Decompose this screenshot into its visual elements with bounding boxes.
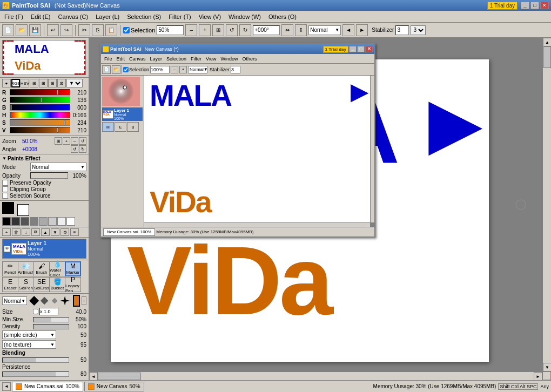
swatch-verylightgray[interactable] [48, 217, 57, 226]
size-check[interactable] [33, 309, 38, 314]
layer-up-btn[interactable]: ▲ [41, 228, 50, 236]
color-picker2[interactable]: ⊞ [39, 79, 48, 87]
zoom-input[interactable] [157, 25, 184, 35]
zoom-out[interactable]: – [185, 24, 197, 36]
maximize-button[interactable]: □ [530, 2, 539, 9]
tool-seleras[interactable]: SE SelEras [33, 277, 50, 292]
tool-bucket[interactable]: 🪣 Bucket [49, 277, 65, 292]
vscroll-track[interactable] [543, 46, 551, 363]
hscroll-left[interactable]: ◄ [89, 372, 98, 380]
brush-shape4[interactable] [60, 296, 70, 306]
status-tab1[interactable]: New Canvas.sai 100% [12, 382, 83, 391]
swatch-lightgray[interactable] [39, 217, 48, 226]
inner-zoom-input[interactable] [150, 66, 170, 73]
inner-minimize-btn[interactable]: _ [349, 46, 357, 52]
swatch-nearwhite[interactable] [57, 217, 66, 226]
blending-slider[interactable] [2, 357, 69, 363]
toolbar-cut[interactable]: ✂ [78, 24, 90, 36]
selection-source-checkbox[interactable] [2, 193, 8, 199]
clipping-group-checkbox[interactable] [2, 186, 8, 192]
toolbar-copy[interactable]: ⎘ [92, 24, 104, 36]
persistence-slider[interactable] [2, 371, 69, 377]
color-wheel-btn[interactable]: ● [2, 79, 11, 87]
color-picker-btn[interactable]: + [82, 296, 86, 305]
menu-canvas[interactable]: Canvas (C) [55, 12, 92, 21]
inner-menu-file[interactable]: File [102, 56, 115, 62]
color-picker3[interactable]: ⊞ [48, 79, 57, 87]
close-button[interactable]: ✕ [540, 2, 549, 9]
density-slider[interactable] [33, 324, 69, 329]
inner-tab1[interactable]: New Canvas.sai 100% [103, 228, 155, 236]
color-hsv-btn[interactable]: HSV [21, 79, 29, 87]
inner-canvas-drawing[interactable]: MALA ▶ ViDa [144, 76, 374, 227]
brush-shape3[interactable] [50, 296, 59, 306]
brush-color-swatch[interactable] [73, 295, 80, 307]
status-tab2[interactable]: New Canvas 50% [84, 382, 144, 391]
toolbar-redo[interactable]: ↪ [61, 24, 72, 36]
layer-options-btn[interactable]: ≡ [70, 228, 79, 236]
layer-down-btn[interactable]: ▼ [51, 228, 59, 236]
menu-layer[interactable]: Layer (L) [92, 12, 123, 21]
stabilizer-input[interactable] [395, 25, 409, 35]
inner-menu-selection[interactable]: Selection [164, 56, 189, 62]
min-size-slider[interactable] [33, 317, 69, 322]
vertical-scrollbar[interactable]: ▲ ▼ [542, 38, 551, 371]
rotation-handle[interactable] [515, 199, 526, 210]
menu-file[interactable]: File (F) [1, 12, 26, 21]
zoom-in-btn[interactable]: + [63, 137, 70, 145]
rotate-cw[interactable]: ↻ [239, 24, 251, 36]
selection-checkbox[interactable] [123, 27, 130, 33]
inner-hscrollbar[interactable] [144, 222, 370, 227]
inner-zoom-out[interactable]: – [171, 66, 178, 73]
tool-airbrush[interactable]: 💨 AirBrush [18, 261, 34, 276]
shape-dropdown[interactable]: (simple circle) ▼ [2, 330, 56, 339]
tool-pencil[interactable]: ✏ Pencil [2, 261, 18, 276]
menu-window[interactable]: Window (W) [225, 12, 264, 21]
toolbar-new[interactable]: 📄 [2, 24, 14, 36]
zoom-out-btn[interactable]: – [71, 137, 78, 145]
s-slider[interactable] [10, 119, 70, 126]
size-multiplier-input[interactable] [39, 308, 58, 315]
flip-h[interactable]: ⇔ [281, 24, 293, 36]
tool-selpen[interactable]: S SelPen [18, 277, 34, 292]
layer-visibility[interactable]: 👁 [4, 246, 10, 252]
swatch-gray2[interactable] [30, 217, 38, 226]
hscroll-track[interactable] [98, 372, 534, 380]
zoom-rotate-btn[interactable]: ↺ [79, 137, 86, 145]
inner-selection-check[interactable] [123, 67, 129, 72]
menu-view[interactable]: View (V) [196, 12, 224, 21]
bg-color-swatch[interactable] [17, 204, 29, 216]
inner-tb-btn1[interactable]: 📄 [102, 65, 111, 74]
inner-menu-window[interactable]: Window [218, 56, 240, 62]
v-slider[interactable] [10, 127, 70, 133]
inner-zoom-in[interactable]: + [179, 66, 187, 73]
b-slider[interactable] [10, 104, 70, 111]
delete-layer-btn[interactable]: 🗑 [12, 228, 21, 236]
blend-next[interactable]: ► [356, 24, 368, 36]
zoom-fit-btn[interactable]: ⊞ [55, 137, 62, 145]
tool-marker[interactable]: M Marker [65, 261, 81, 276]
inner-blend-mode[interactable]: Normal▼ [188, 66, 207, 73]
toolbar-open[interactable]: 📂 [16, 24, 28, 36]
duplicate-layer-btn[interactable]: ⧉ [31, 228, 40, 236]
opacity-slider[interactable] [30, 172, 68, 179]
g-slider[interactable] [10, 97, 70, 103]
inner-menu-edit[interactable]: Edit [115, 56, 127, 62]
tool-legacy[interactable]: P Legacy Pen [65, 277, 81, 292]
size-pressure-check[interactable] [33, 309, 38, 314]
inner-layer-item[interactable]: MALA ViDA Layer 1 Normal 100% [102, 107, 143, 121]
menu-edit[interactable]: Edit (E) [28, 12, 54, 21]
hscroll-thumb[interactable] [98, 373, 141, 380]
zoom-in[interactable]: + [199, 24, 211, 36]
inner-tool-1[interactable]: M [102, 122, 114, 132]
inner-menu-layer[interactable]: Layer [148, 56, 165, 62]
inner-menu-others[interactable]: Others [240, 56, 259, 62]
status-prev-btn[interactable]: ◄ [2, 382, 11, 391]
minimize-button[interactable]: _ [521, 2, 529, 9]
brush-shape2[interactable] [39, 296, 49, 306]
tool-eraser[interactable]: E Eraser [2, 277, 18, 292]
rotation-input[interactable] [253, 25, 280, 35]
toolbar-save[interactable]: 💾 [29, 24, 41, 36]
angle-btn1[interactable]: ↺ [71, 145, 78, 153]
preserve-opacity-checkbox[interactable] [2, 180, 8, 186]
